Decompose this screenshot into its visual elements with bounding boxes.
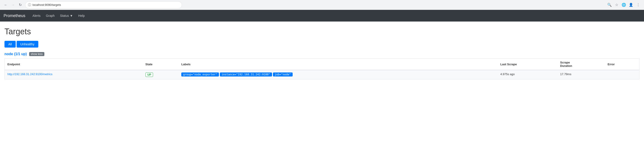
search-button[interactable]: 🔍 xyxy=(606,2,613,8)
browser-actions: 🔍 ☆ 🌐 👤 ⋮ xyxy=(606,2,641,8)
browser-chrome: ← → ↻ ⓘ localhost:9090/targets 🔍 ☆ 🌐 👤 ⋮ xyxy=(0,0,644,10)
extension-button[interactable]: 🌐 xyxy=(621,2,627,8)
col-header-last-scrape: Last Scrape xyxy=(498,59,558,70)
navbar-brand[interactable]: Prometheus xyxy=(4,14,25,18)
menu-button[interactable]: ⋮ xyxy=(635,2,641,8)
nav-item-help: Help xyxy=(76,12,88,19)
navbar-nav: Alerts Graph Status ▼ Help xyxy=(30,12,88,19)
targets-table: Endpoint State Labels Last Scrape Scrape… xyxy=(4,58,640,79)
nav-link-graph[interactable]: Graph xyxy=(43,12,57,19)
cell-endpoint: http://192.168.31.242:9100/metrics xyxy=(5,70,143,79)
col-header-error: Error xyxy=(605,59,640,70)
filter-buttons: All Unhealthy xyxy=(4,41,640,48)
nav-link-help[interactable]: Help xyxy=(76,12,88,19)
nav-dropdown-status[interactable]: Status ▼ xyxy=(57,12,76,19)
nav-link-alerts[interactable]: Alerts xyxy=(30,12,43,19)
group-title[interactable]: node (1/1 up) xyxy=(4,52,27,56)
table-body: http://192.168.31.242:9100/metrics UP gr… xyxy=(5,70,640,79)
nav-dropdown-status-label: Status xyxy=(60,14,69,18)
state-badge-up: UP xyxy=(146,72,153,77)
nav-item-graph: Graph xyxy=(43,12,57,19)
col-header-labels: Labels xyxy=(178,59,498,70)
filter-all-button[interactable]: All xyxy=(4,41,16,48)
lock-icon: ⓘ xyxy=(28,3,31,7)
address-bar[interactable]: ⓘ localhost:9090/targets xyxy=(25,1,182,9)
chevron-down-icon: ▼ xyxy=(70,14,73,18)
main-content: Targets All Unhealthy node (1/1 up) show… xyxy=(0,22,644,85)
reload-button[interactable]: ↻ xyxy=(17,2,23,8)
labels-container: group="node_exporter" instance="192.168.… xyxy=(181,72,495,77)
table-header: Endpoint State Labels Last Scrape Scrape… xyxy=(5,59,640,70)
col-header-scrape-duration: ScrapeDuration xyxy=(558,59,605,70)
cell-scrape-duration: 17.79ms xyxy=(558,70,605,79)
cell-state: UP xyxy=(143,70,178,79)
label-badge-job[interactable]: job="node" xyxy=(273,72,293,77)
page-title: Targets xyxy=(4,27,640,36)
nav-item-status: Status ▼ xyxy=(57,12,76,19)
show-less-button[interactable]: show less xyxy=(29,52,44,56)
table-row: http://192.168.31.242:9100/metrics UP gr… xyxy=(5,70,640,79)
browser-nav-buttons: ← → ↻ xyxy=(3,2,23,8)
label-badge-group[interactable]: group="node_exporter" xyxy=(181,72,219,77)
cell-last-scrape: 4.975s ago xyxy=(498,70,558,79)
cell-error xyxy=(605,70,640,79)
forward-button[interactable]: → xyxy=(10,2,16,8)
navbar: Prometheus Alerts Graph Status ▼ Help xyxy=(0,10,644,22)
label-badge-instance[interactable]: instance="192.168.31.242:9100" xyxy=(220,72,272,77)
cell-labels: group="node_exporter" instance="192.168.… xyxy=(178,70,498,79)
profile-button[interactable]: 👤 xyxy=(628,2,634,8)
bookmark-button[interactable]: ☆ xyxy=(614,2,620,8)
filter-unhealthy-button[interactable]: Unhealthy xyxy=(16,41,38,48)
col-header-state: State xyxy=(143,59,178,70)
url-text: localhost:9090/targets xyxy=(32,3,179,7)
col-header-endpoint: Endpoint xyxy=(5,59,143,70)
table-header-row: Endpoint State Labels Last Scrape Scrape… xyxy=(5,59,640,70)
nav-item-alerts: Alerts xyxy=(30,12,43,19)
back-button[interactable]: ← xyxy=(3,2,9,8)
group-header: node (1/1 up) show less xyxy=(4,52,640,56)
endpoint-link[interactable]: http://192.168.31.242:9100/metrics xyxy=(8,72,52,76)
